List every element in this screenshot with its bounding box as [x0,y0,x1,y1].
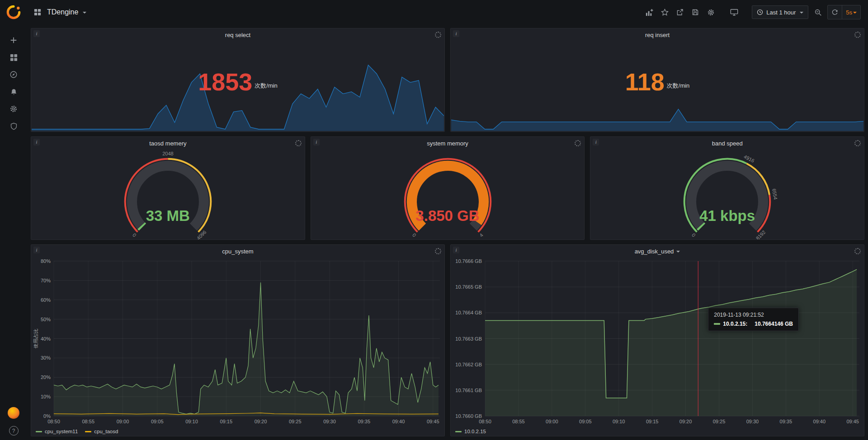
help-icon[interactable]: ? [9,426,19,435]
svg-text:09:25: 09:25 [289,419,302,424]
svg-text:09:25: 09:25 [713,419,726,424]
cycle-view-mode-button[interactable] [728,6,740,18]
gauge-value: 41 kbps [699,207,755,225]
panel-title[interactable]: req select [225,32,250,38]
svg-text:50%: 50% [41,317,51,322]
panel-header: i system memory [311,137,585,150]
sidebar-bottom: ? [8,407,19,435]
sidebar-item-explore[interactable] [0,66,27,83]
svg-text:2048: 2048 [162,151,173,156]
svg-text:0%: 0% [43,413,51,419]
dashboard-settings-button[interactable] [705,6,717,18]
svg-text:6554: 6554 [772,188,779,200]
refresh-icon [831,9,838,16]
legend-item[interactable]: cpu_system11 [36,429,78,434]
loading-spinner-icon [435,248,441,254]
svg-text:09:05: 09:05 [151,419,164,424]
svg-text:09:30: 09:30 [746,419,759,424]
legend-item[interactable]: cpu_taosd [85,429,118,434]
svg-text:09:15: 09:15 [646,419,659,424]
time-series-chart[interactable]: 08:5008:5509:0009:0509:1009:1509:2009:25… [31,257,444,427]
info-icon[interactable]: i [453,30,459,37]
refresh-button[interactable] [828,5,842,19]
sparkline-chart[interactable] [32,63,444,131]
panel-title[interactable]: req insert [645,32,670,38]
zoom-out-button[interactable] [812,6,824,18]
navbar-left: TDengine [32,6,86,18]
info-icon[interactable]: i [593,139,599,145]
dashboard-title[interactable]: TDengine [47,8,78,16]
caret-down-icon [676,251,680,253]
dashboard-row-3: i cpu_system 08:5008:5509:0009:0509:1009… [31,244,864,436]
add-panel-button[interactable] [643,6,655,18]
dashboard: i req select 1853 次数/min i req insert 11 [27,24,868,440]
sidebar-item-alerting[interactable] [0,83,27,100]
info-icon[interactable]: i [33,247,40,253]
svg-text:08:55: 08:55 [512,419,525,424]
panel-title[interactable]: cpu_system [222,248,253,255]
info-icon[interactable]: i [313,139,320,145]
info-icon[interactable]: i [453,247,459,253]
svg-text:09:35: 09:35 [358,419,370,424]
svg-text:0: 0 [691,232,697,238]
svg-text:10.7664 GB: 10.7664 GB [455,310,482,315]
info-icon[interactable]: i [33,139,40,145]
star-dashboard-button[interactable] [659,6,670,18]
sidebar-item-dashboards[interactable] [0,49,27,66]
svg-text:20%: 20% [41,374,51,380]
sidebar: ? [0,0,27,440]
panel-cpu-system: i cpu_system 08:5008:5509:0009:0509:1009… [31,244,445,436]
panel-body: 08:5008:5509:0009:0509:1009:1509:2009:25… [31,257,444,436]
svg-text:4: 4 [478,232,484,238]
svg-text:0: 0 [411,232,417,238]
share-dashboard-button[interactable] [674,6,686,18]
sidebar-item-configuration[interactable] [0,100,27,117]
sidebar-item-server-admin[interactable] [0,117,27,135]
loading-spinner-icon [854,32,861,38]
grafana-logo-icon [6,5,21,20]
gauge-chart[interactable]: 040962048 [31,150,305,239]
alerting-bell-icon [10,88,18,96]
svg-text:8192: 8192 [755,229,767,239]
panel-title[interactable]: band speed [712,140,743,147]
info-icon[interactable]: i [33,30,40,37]
svg-text:60%: 60% [41,297,51,303]
add-panel-icon [645,8,654,17]
panel-body: 040962048 33 MB [31,150,305,239]
panel-title[interactable]: taosd memery [149,140,186,147]
svg-text:08:55: 08:55 [82,419,94,424]
dashboard-row-2: i taosd memery 040962048 33 MB i system … [31,136,864,240]
gauge-chart[interactable]: 04 [311,150,585,239]
time-series-chart[interactable]: 08:5008:5509:0009:0509:1009:1509:2009:25… [451,257,864,427]
refresh-interval-picker[interactable]: 5s [842,5,860,19]
svg-text:10.7660 GB: 10.7660 GB [455,413,482,419]
grafana-logo[interactable] [6,5,21,20]
user-avatar[interactable] [8,407,19,419]
refresh-controls: 5s [827,5,861,19]
star-icon [661,9,669,16]
panel-req-insert: i req insert 118 次数/min [450,28,864,132]
svg-text:09:00: 09:00 [117,419,129,424]
legend-item[interactable]: 10.0.2.15 [455,429,486,434]
panel-title[interactable]: system memory [427,140,468,147]
save-dashboard-button[interactable] [689,6,701,18]
navbar: TDengine [27,0,868,24]
settings-gear-icon [707,9,715,16]
sidebar-item-create[interactable] [0,32,27,49]
panel-header: i req select [31,28,444,41]
time-range-picker[interactable]: Last 1 hour [752,5,808,19]
svg-text:09:30: 09:30 [323,419,336,424]
svg-text:09:05: 09:05 [579,419,592,424]
caret-down-icon [853,12,857,14]
save-icon [692,9,699,16]
panel-title[interactable]: avg_disk_used [635,248,674,255]
dashboard-picker-button[interactable] [32,6,43,18]
panel-header: i req insert [451,28,864,41]
loading-spinner-icon [435,32,441,38]
legend-swatch [455,431,462,432]
svg-text:08:50: 08:50 [479,419,491,424]
svg-text:10.7665 GB: 10.7665 GB [455,284,482,290]
sparkline-chart[interactable] [451,63,863,131]
panel-header: i band speed [590,137,864,150]
gauge-chart[interactable]: 0819249166554 [590,150,864,239]
